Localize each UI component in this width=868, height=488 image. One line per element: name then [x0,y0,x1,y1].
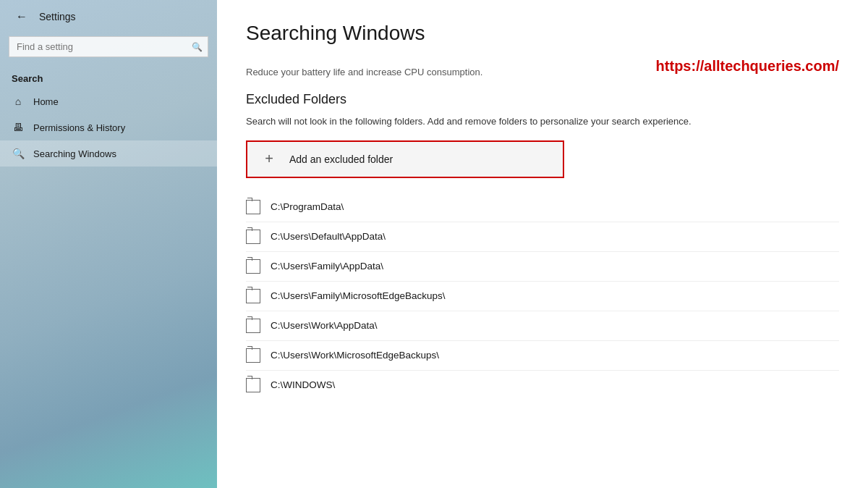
excluded-folders-title: Excluded Folders [246,92,839,107]
folder-path: C:\Users\Work\MicrosoftEdgeBackups\ [271,350,439,361]
folder-path: C:\Users\Family\MicrosoftEdgeBackups\ [271,290,446,301]
folder-path: C:\Users\Default\AppData\ [271,231,386,242]
folder-icon [246,289,260,303]
folder-icon [246,200,260,214]
sidebar-section-label: Search [0,66,217,88]
add-excluded-folder-button[interactable]: + Add an excluded folder [246,140,564,178]
folder-path: C:\ProgramData\ [271,201,344,212]
sidebar: ← Settings 🔍 Search ⌂ Home 🖶 Permissions… [0,0,217,488]
back-button[interactable]: ← [12,9,32,25]
folder-icon [246,230,260,244]
sidebar-item-permissions[interactable]: 🖶 Permissions & History [0,114,217,140]
home-label: Home [33,96,59,107]
main-content: Searching Windows Reduce your battery li… [217,0,868,488]
searching-label: Searching Windows [33,148,116,159]
folder-path: C:\Users\Family\AppData\ [271,261,383,272]
folder-icon [246,378,260,392]
folder-icon [246,348,260,363]
folder-list-item[interactable]: C:\Users\Family\MicrosoftEdgeBackups\ [246,282,839,311]
folder-path: C:\WINDOWS\ [271,379,335,390]
folder-list-item[interactable]: C:\WINDOWS\ [246,371,839,400]
folder-icon [246,319,260,333]
folder-icon [246,259,260,274]
folder-list-item[interactable]: C:\Users\Family\AppData\ [246,252,839,282]
folder-list-item[interactable]: C:\Users\Work\MicrosoftEdgeBackups\ [246,341,839,371]
settings-title: Settings [39,11,76,22]
sidebar-item-home[interactable]: ⌂ Home [0,88,217,114]
sidebar-header: ← Settings [0,0,217,33]
searching-icon: 🔍 [12,148,25,159]
watermark-text: https://alltechqueries.com/ [656,58,839,75]
folder-list-item[interactable]: C:\Users\Default\AppData\ [246,222,839,252]
search-field-container: 🔍 [9,36,208,57]
page-title: Searching Windows [246,22,839,45]
permissions-icon: 🖶 [12,122,25,133]
folder-list-item[interactable]: C:\Users\Work\AppData\ [246,311,839,341]
folder-list-item[interactable]: C:\ProgramData\ [246,193,839,222]
home-icon: ⌂ [12,96,25,107]
permissions-label: Permissions & History [33,122,125,133]
sidebar-item-searching-windows[interactable]: 🔍 Searching Windows [0,140,217,167]
sidebar-nav: ⌂ Home 🖶 Permissions & History 🔍 Searchi… [0,88,217,167]
plus-icon: + [259,149,279,169]
folder-path: C:\Users\Work\AppData\ [271,320,378,331]
excluded-folders-description: Search will not look in the following fo… [246,114,839,129]
add-folder-label: Add an excluded folder [289,153,393,165]
folder-list: C:\ProgramData\ C:\Users\Default\AppData… [246,193,839,400]
search-icon: 🔍 [192,42,203,52]
find-setting-input[interactable] [9,36,208,57]
